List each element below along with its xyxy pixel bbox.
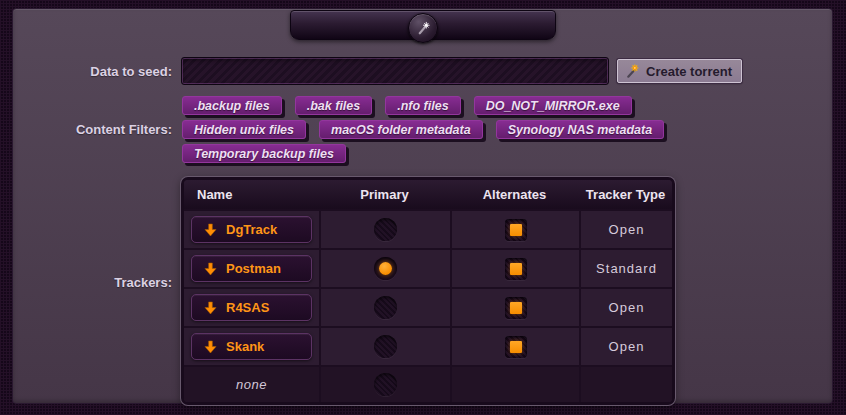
magic-wand-icon bbox=[625, 64, 640, 79]
alternates-checkbox[interactable] bbox=[505, 336, 527, 358]
alternates-checkbox[interactable] bbox=[505, 219, 527, 241]
tracker-type-label: Standard bbox=[596, 261, 657, 276]
tracker-type-cell: Open bbox=[579, 328, 672, 365]
wizard-knob-button[interactable] bbox=[408, 13, 438, 43]
tracker-name-button[interactable]: DgTrack bbox=[191, 216, 312, 243]
data-to-seed-label: Data to seed: bbox=[0, 64, 172, 79]
trackers-table-header: Name Primary Alternates Tracker Type bbox=[184, 180, 672, 209]
tracker-type-label: Open bbox=[609, 339, 645, 354]
tracker-type-label: Open bbox=[609, 300, 645, 315]
content-filter-chip[interactable]: .bak files bbox=[295, 96, 373, 115]
tracker-name-label: DgTrack bbox=[226, 222, 277, 237]
content-filter-chip[interactable]: Synology NAS metadata bbox=[496, 120, 664, 139]
tracker-type-cell bbox=[579, 367, 672, 402]
tracker-primary-cell bbox=[319, 250, 450, 287]
content-filters-label: Content Filters: bbox=[0, 122, 172, 137]
tracker-row: R4SAS R4SAS Open bbox=[184, 287, 672, 326]
tracker-name-button[interactable]: Skank bbox=[191, 333, 312, 360]
download-arrow-icon bbox=[204, 223, 217, 237]
primary-radio[interactable] bbox=[374, 335, 397, 358]
primary-radio[interactable] bbox=[374, 296, 397, 319]
tracker-type-cell: Standard bbox=[579, 250, 672, 287]
tracker-alternates-cell bbox=[450, 289, 579, 326]
download-arrow-icon bbox=[204, 340, 217, 354]
tracker-name-cell: Postman Postman bbox=[184, 250, 319, 287]
trackers-table: Name Primary Alternates Tracker Type DgT… bbox=[181, 177, 675, 405]
tracker-primary-cell bbox=[319, 211, 450, 248]
tracker-name-cell: none none bbox=[184, 367, 319, 402]
tracker-row: Skank Skank Open bbox=[184, 326, 672, 365]
tracker-row: DgTrack DgTrack Open bbox=[184, 209, 672, 248]
trackers-table-body: DgTrack DgTrack Open Postman Postman bbox=[184, 209, 672, 402]
column-header-tracker-type: Tracker Type bbox=[579, 187, 672, 202]
tracker-name-cell: Skank Skank bbox=[184, 328, 319, 365]
tracker-name-label: Skank bbox=[226, 339, 264, 354]
chip-row: Temporary backup files bbox=[182, 144, 682, 163]
content-filter-chip[interactable]: macOS folder metadata bbox=[319, 120, 483, 139]
tracker-alternates-cell bbox=[450, 250, 579, 287]
content-filter-chip[interactable]: Temporary backup files bbox=[182, 144, 346, 163]
download-arrow-icon bbox=[204, 301, 217, 315]
tracker-name-cell: DgTrack DgTrack bbox=[184, 211, 319, 248]
tracker-name-label: Postman bbox=[226, 261, 281, 276]
column-header-primary: Primary bbox=[319, 187, 450, 202]
content-filter-chip[interactable]: .backup files bbox=[182, 96, 282, 115]
tracker-row: Postman Postman Standard bbox=[184, 248, 672, 287]
tracker-primary-cell bbox=[319, 328, 450, 365]
tracker-alternates-cell bbox=[450, 367, 579, 402]
column-header-alternates: Alternates bbox=[450, 187, 579, 202]
tracker-name-label: R4SAS bbox=[226, 300, 269, 315]
magic-wand-icon bbox=[416, 21, 431, 36]
create-torrent-button[interactable]: Create torrent bbox=[617, 59, 742, 83]
alternates-checkbox[interactable] bbox=[505, 258, 527, 280]
tracker-primary-cell bbox=[319, 367, 450, 402]
content-filter-chip[interactable]: Hidden unix files bbox=[182, 120, 306, 139]
download-arrow-icon bbox=[204, 262, 217, 276]
chip-row: Hidden unix filesmacOS folder metadataSy… bbox=[182, 120, 682, 139]
tracker-type-cell: Open bbox=[579, 289, 672, 326]
alternates-checkbox[interactable] bbox=[505, 297, 527, 319]
collapse-handle-bar[interactable] bbox=[290, 10, 556, 40]
trackers-label: Trackers: bbox=[0, 275, 172, 290]
tracker-none-label: none bbox=[184, 377, 319, 392]
content-filter-chips: .backup files.bak files.nfo filesDO_NOT_… bbox=[182, 96, 682, 168]
primary-radio[interactable] bbox=[374, 257, 397, 280]
primary-radio[interactable] bbox=[374, 373, 397, 396]
tracker-type-cell: Open bbox=[579, 211, 672, 248]
data-to-seed-input[interactable] bbox=[181, 57, 609, 85]
tracker-row: none none bbox=[184, 365, 672, 402]
tracker-name-button[interactable]: R4SAS bbox=[191, 294, 312, 321]
tracker-name-button[interactable]: Postman bbox=[191, 255, 312, 282]
create-torrent-label: Create torrent bbox=[646, 64, 732, 79]
tracker-primary-cell bbox=[319, 289, 450, 326]
tracker-alternates-cell bbox=[450, 211, 579, 248]
tracker-name-cell: R4SAS R4SAS bbox=[184, 289, 319, 326]
column-header-name: Name bbox=[184, 187, 319, 202]
content-filter-chip[interactable]: .nfo files bbox=[385, 96, 460, 115]
primary-radio[interactable] bbox=[374, 218, 397, 241]
content-filter-chip[interactable]: DO_NOT_MIRROR.exe bbox=[474, 96, 632, 115]
tracker-type-label: Open bbox=[609, 222, 645, 237]
chip-row: .backup files.bak files.nfo filesDO_NOT_… bbox=[182, 96, 682, 115]
tracker-alternates-cell bbox=[450, 328, 579, 365]
